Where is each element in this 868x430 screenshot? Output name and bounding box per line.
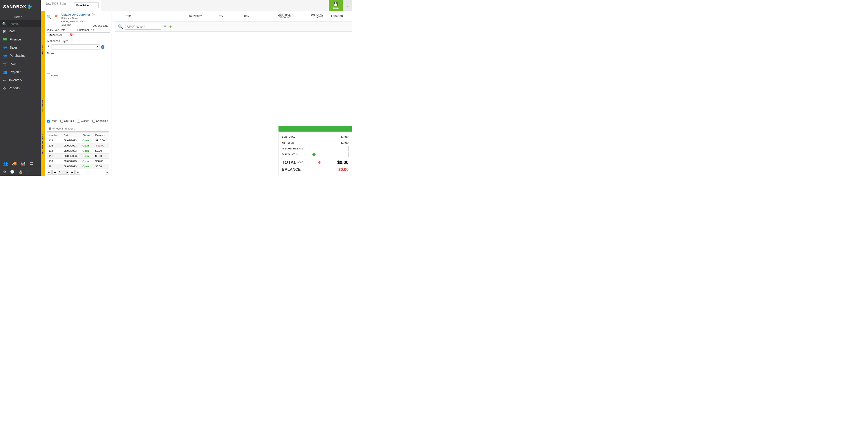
sale-date-input[interactable] [47,32,84,38]
sale-date-label: POS Sale Date [47,29,74,32]
nav-projects[interactable]: 👥Projects› [0,68,41,76]
nav-label: Purchasing [10,54,26,57]
archive-icon[interactable]: 🗃 [30,161,33,166]
brand-text: SANDBOX [3,4,26,9]
col-status[interactable]: Status [81,133,94,138]
auth-buyer-select[interactable]: ▾ [52,44,99,50]
users-icon[interactable]: 👥 [3,161,8,166]
nav-sales[interactable]: 👥Sales› [0,43,41,52]
search-icon[interactable]: 🔍 [118,24,123,29]
filter-hold[interactable]: On Hold [60,119,74,123]
dollar-icon[interactable]: $ [296,153,298,156]
table-row[interactable]: 9808/03/2023Open$0.00 [47,164,109,169]
top-collapse-button[interactable]: ⌄ [343,0,352,11]
rebate-input[interactable] [317,146,348,151]
nav-pos[interactable]: 🛒POS [0,60,41,68]
table-row[interactable]: 11208/09/2023Open$0.00 [47,148,109,154]
discount-input[interactable] [317,152,348,157]
add-buyer-icon[interactable]: + [101,45,104,49]
search-icon: 🔍 [2,22,7,26]
remove-customer-icon[interactable]: ⓧ [92,13,95,16]
list-icon[interactable]: ≡ [164,24,166,29]
svg-point-1 [29,4,30,6]
rail-sold-to[interactable]: SOLD TO [41,11,45,93]
pager-next[interactable]: ▶ [70,170,74,175]
rail-recent-orders[interactable]: RECENT ORDERS [41,125,45,176]
inquiry-checkbox[interactable] [47,73,50,76]
total-value: $0.00 [337,160,348,165]
table-row[interactable]: 11608/09/2023Open-$20.00 [47,143,109,148]
inquiry-checkbox-row: Inquiry [45,71,111,79]
pager-page-select[interactable]: 1 [58,170,69,175]
upc-input[interactable] [125,24,161,30]
cube-icon: ▣ [3,29,6,33]
flag-icon: 🍁 [317,161,322,164]
users-icon: 👥 [3,70,7,74]
nav-reports[interactable]: ◔Reports [0,84,41,92]
filter-hold-checkbox[interactable] [60,120,63,123]
subtotal-value: $0.00 [341,135,348,139]
auth-buyer-label: Authorized Buyer [47,39,109,43]
save-button[interactable]: 💾 SAVE [329,0,343,11]
add-item-icon[interactable]: ＋ [168,24,173,30]
filter-closed[interactable]: Closed [77,119,89,123]
search-input[interactable] [8,22,36,26]
brand-icon [27,4,35,10]
nav-label: Finance [10,37,21,41]
factory-icon[interactable]: 🏭 [21,161,26,166]
currency-label: (CAD) [298,161,305,164]
panel-collapse-handle[interactable]: ‹ [112,91,113,95]
clock-icon[interactable]: 🕓 [10,170,14,174]
nav-data[interactable]: ▣Data› [0,27,41,35]
nav-list: ▣Data› 💵Finance› 👥Sales› 👥Purchasing› 🛒P… [0,27,41,92]
table-row[interactable]: 11108/08/2023Open$0.00 [47,154,109,159]
customer-name-link[interactable]: A Made Up Customer [61,13,90,16]
summary-toggle[interactable]: ⌄ [278,126,352,131]
arrow-up-icon[interactable]: ↑ [312,153,315,156]
rail-scanner[interactable]: SCANNER [41,93,45,125]
nav-label: POS [10,62,17,66]
notes-textarea[interactable] [47,55,108,69]
col-subtotal: SUBTOTAL+ TAX [292,13,324,19]
gear-icon[interactable]: ⚙ [3,170,6,174]
lock-icon[interactable]: 🔒 [19,170,23,174]
nav-inventory[interactable]: 🏷Inventory› [0,76,41,84]
logout-icon[interactable]: ↪ [27,170,30,174]
eye-icon[interactable]: 👁 [47,45,50,50]
col-date[interactable]: Date [62,133,81,138]
nav-label: Reports [8,86,20,90]
filter-cancelled-checkbox[interactable] [92,120,95,123]
svg-point-2 [29,8,30,9]
truck-icon[interactable]: 🚚 [12,161,17,166]
filter-open[interactable]: Open [47,119,57,123]
add-customer-icon[interactable]: ＋ [105,13,110,19]
rail-label: RECENT ORDERS [41,134,44,154]
tenant-selector[interactable]: Demo ⌄ [0,13,41,20]
table-row[interactable]: 11008/08/2023Open$38.00 [47,159,109,164]
filter-closed-checkbox[interactable] [77,120,80,123]
nav-label: Sales [10,46,18,49]
filter-open-checkbox[interactable] [47,120,50,123]
col-balance[interactable]: Balance [94,133,109,138]
items-header: ITEM INVENTORY QTY UOM UNIT PRICE- DISCO… [115,11,352,22]
discount-label: DISCOUNT $ [282,153,312,156]
nav-finance[interactable]: 💵Finance› [0,35,41,43]
inquiry-label: Inquiry [51,74,59,77]
search-icon[interactable]: 🔍 [46,14,52,20]
col-location: LOCATION [324,15,350,18]
col-number[interactable]: Number [47,133,62,138]
chevron-right-icon: › [37,54,37,57]
filter-cancelled[interactable]: Cancelled [92,119,108,123]
event-number-input[interactable] [47,126,109,131]
price-list-select[interactable]: BasePrice ▾ [74,2,98,8]
table-row[interactable]: 11908/09/2023Open$110.00 [47,138,109,143]
pager-first[interactable]: ⏮ [47,170,52,175]
pager-prev[interactable]: ◀ [53,170,57,175]
global-search[interactable]: 🔍 [0,20,41,27]
total-label: TOTAL [282,160,297,165]
nav-purchasing[interactable]: 👥Purchasing› [0,52,41,60]
pager-last[interactable]: ⏭ [75,170,80,175]
refresh-icon[interactable]: ⟳ [105,170,109,175]
calendar-icon[interactable]: 📅 [69,33,73,37]
chevron-right-icon: › [37,46,37,49]
